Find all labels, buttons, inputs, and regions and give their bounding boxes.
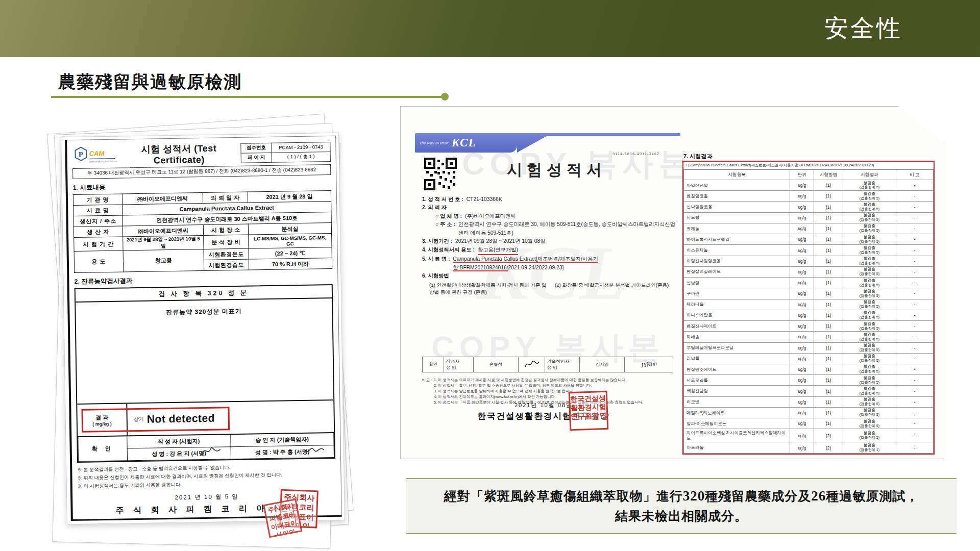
list-item: 1. 성 적 서 번 호 : CT21-103366K (422, 195, 675, 204)
report-date: 2021년 10월 08일 (416, 402, 671, 409)
cell-label: 의 뢰 일 자 (203, 192, 248, 203)
caption-line-1: 經對「紫斑風鈴草癒傷組織萃取物」進行320種殘留農藥成分及26種過敏原測試， (444, 488, 919, 505)
receipt-table: 접수번호 PCAM - 2109 - 0743 페 이 지 ( 1 ) / ( … (240, 142, 331, 163)
writer-signature-cell (519, 357, 545, 372)
accent-dot (441, 93, 449, 101)
list-item: 2. 의 뢰 자 (422, 204, 675, 212)
company-stamp-secondary: 주식회사피켐코리아대표이사의인 (263, 498, 302, 538)
results-header-row: 시험항목 단위 시험방법 시험결과 비 고 (684, 170, 934, 180)
exam-note: 잔류농약 320성분 미표기 (76, 298, 333, 404)
test-certificate-page: P CAM science testing trust laboratory 시… (61, 133, 345, 524)
report-info-list: 1. 성 적 서 번 호 : CT21-103366K 2. 의 뢰 자 ○ 업… (422, 195, 675, 296)
header-title: 安全性 (824, 12, 902, 44)
table-row: 시트랄 ug/g (1) 불검출 (검출한계 5) - (684, 212, 934, 223)
results-section-title: 7. 시험결과 (683, 153, 712, 160)
sample-info-table: 기 관 명 ㈜바이오에프디엔씨 의 뢰 일 자 2021 년 9 월 28 일 … (73, 190, 332, 273)
table-row: 쿠마린 ug/g (1) 불검출 (검출한계 5) - (684, 288, 934, 299)
document-code: 9114-1616-4011-3462 (612, 152, 659, 156)
cell-label: 분 석 장 비 (204, 235, 249, 249)
sign-table: 확인 작성자 성 명 손형석 기술책임자 성 명 김지영 JYKim (422, 357, 673, 372)
issuing-org: 한국건설생활환경시험연구원장 (416, 411, 671, 422)
results-table-box: 1 ) Campanula Punctata Callus Extract[제조… (682, 161, 935, 455)
table-row: 이소유제놀 ug/g (1) 불검출 (검출한계 5) - (684, 245, 934, 256)
note-line: 1. 이 성적서는 의뢰자가 제시한 시료 및 시험방법에 한정된 결과로서 전… (434, 377, 643, 383)
results-table: 시험항목 단위 시험방법 시험결과 비 고 아밀신남알 ug/g (1) (683, 169, 934, 454)
method-2: (2) 화장품 중 배합금지성분 분석법 가이드라인(준용) (555, 282, 675, 296)
qr-code-icon (424, 158, 457, 190)
cell-value: LC-MS/MS, GC-MS/MS, GC-MS, GC (249, 234, 332, 249)
table-row: 아밀신나밀알코올 ug/g (1) 불검출 (검출한계 5) - (684, 256, 934, 266)
list-item: 6. 시험방법 (422, 272, 675, 280)
signature-scribble (304, 443, 325, 457)
table-row: 유제놀 ug/g (1) 불검출 (검출한계 5) - (684, 223, 934, 234)
list-item: 4. 시험성적서의 용도 : 참고용(연구개발) (422, 246, 675, 255)
tech-role-cell: 기술책임자 성 명 (545, 357, 580, 372)
not-detected-text: Not detected (147, 412, 215, 425)
kcl-report-page: COPY 복사본 KCL COPY 복사본 the way to trust K… (400, 106, 944, 459)
certificate-header: P CAM science testing trust laboratory 시… (72, 140, 331, 167)
confirm-label: 확 인 (78, 436, 128, 461)
tech-signature-cell: JYKim (625, 357, 673, 372)
left-document-stack: P CAM science testing trust laboratory 시… (36, 111, 373, 551)
result-row: 결 과 ( mg/kg ) 상기 Not detected (77, 399, 334, 436)
cell-value: 2021 년 9 월 28 일 (248, 191, 331, 203)
kcl-tagline: the way to trust (420, 140, 449, 145)
cell-value: 창고용 (123, 249, 204, 271)
confirm-table: 확 인 작 성 자 (시험자) 승 인 자 (기술책임자) 성 명 : 강 은 … (78, 432, 334, 461)
page-label: 페 이 지 (241, 153, 272, 163)
table-row: 시트로넬롤 ug/g (1) 불검출 (검출한계 5) - (684, 375, 934, 386)
cell-label: 생 산 자 (74, 226, 122, 238)
table-row: 리날룰 ug/g (1) 불검출 (검출한계 5) - (684, 353, 934, 364)
cell-value: 분석실 (248, 223, 331, 235)
slide: 安全性 農藥殘留與過敏原檢測 P CAM science testing tru… (0, 0, 980, 551)
cell-label: 용 도 (74, 251, 124, 273)
page-value: ( 1 ) / ( 총 1 ) (272, 152, 330, 162)
cell-label: 시험환경습도 (204, 259, 249, 270)
writer-role-cell: 작성자 성 명 (444, 357, 474, 372)
table-row: 부틸페닐메틸프로피오날 ug/g (1) 불검출 (검출한계 5) - (684, 342, 934, 353)
writer-name: 손형석 (474, 357, 519, 372)
results-subtitle: 1 ) Campanula Punctata Callus Extract[제조… (683, 162, 934, 169)
list-item: ○ 업 체 명 : (주)바이오에프디엔씨 (422, 212, 675, 220)
note-line: 2. 이 성적서는 홍보, 선전, 광고 및 소송용으로 사용될 수 없으며, … (434, 383, 643, 388)
table-row: 벤질신나메이트 ug/g (1) 불검출 (검출한계 5) - (684, 321, 934, 332)
confirm-label: 확인 (423, 357, 444, 372)
accent-underline (51, 96, 443, 98)
list-item: 5. 시 료 명 : Campanula Punctata Callus Ext… (422, 255, 675, 272)
footnotes: ※ 본 분석결과를 선전 · 광고 · 소송 등 법적요건으로 사용할 수 없습… (77, 461, 336, 490)
table-row: 리모넨 ug/g (1) 불검출 (검출한계 5) - (684, 396, 934, 407)
svg-text:CAM: CAM (89, 149, 105, 157)
table-row: 아니스에탄올 ug/g (1) 불검출 (검출한계 5) - (684, 310, 934, 320)
cell-value: 2021년 9월 28일 ~ 2021년 10월 5일 (123, 235, 204, 250)
table-row: 하이드록시시트로넬알 ug/g (1) 불검출 (검출한계 5) - (684, 234, 934, 245)
table-row: 신나밀알코올 ug/g (1) 불검출 (검출한계 5) - (684, 202, 934, 212)
table-row: 알파-이소메틸이오논 ug/g (1) 불검출 (검출한계 5) - (684, 418, 934, 429)
report-title: 시험성적서 (507, 160, 606, 181)
table-row: 신남알 ug/g (1) 불검출 (검출한계 5) - (684, 278, 934, 288)
table-row: 벤질벤조에이트 ug/g (1) 불검출 (검출한계 5) - (684, 364, 934, 374)
cell-label: 시 료 명 (74, 205, 122, 216)
kcl-logo: KCL (452, 136, 476, 149)
lab-address: 우 34036 대전광역시 유성구 테크노 11로 12 (탑립동 867) /… (72, 164, 331, 179)
note-line: 4. 이 성적서의 진위여부는 홈페이지(www.kcl.re.kr)에서 확인… (434, 394, 643, 399)
table-row: 메틸2-옥티노에이트 ug/g (1) 불검출 (검출한계 5) - (684, 407, 934, 418)
result-label: 결 과 ( mg/kg ) (77, 404, 128, 436)
pesticide-result-table: 검 사 항 목 320 성 분 잔류농약 320성분 미표기 결 과 ( mg/… (75, 284, 335, 462)
cell-label: 기 관 명 (73, 194, 122, 206)
cell-label: 시 험 기 간 (74, 237, 123, 252)
table-row: 벤질알코올 ug/g (1) 불검출 (검출한계 5) - (684, 191, 934, 202)
svg-text:P: P (78, 151, 83, 159)
method-1: (1) 안전확인대상생활화학제품 시험·검사 등의 기준 및 방법 등에 관한 … (429, 282, 550, 296)
caption-line-2: 結果未檢出相關成分。 (615, 508, 748, 524)
org-stamp: 한국건설생활환경시험연구원장인 (569, 391, 609, 431)
table-row: 제라니올 ug/g (1) 불검출 (검출한계 5) - (684, 299, 934, 310)
page-title: 農藥殘留與過敏原檢測 (58, 70, 242, 94)
certificate-title: 시험 성적서 (Test Certificate) (117, 141, 241, 166)
list-item: 3. 시험기간 : 2021년 09월 28일 ~ 2021년 10월 08일 (422, 237, 675, 245)
table-row: 벤질살리실레이트 ug/g (1) 불검출 (검출한계 5) - (684, 266, 934, 277)
method-list: (1) 안전확인대상생활화학제품 시험·검사 등의 기준 및 방법 등에 관한 … (422, 282, 675, 296)
receipt-label: 접수번호 (241, 143, 272, 153)
approver-name-cell: 성 명 : 박 주 홍 (서명) (231, 445, 334, 459)
cell-label: 생산지 / 주소 (74, 215, 122, 227)
table-row: 아밀신남알 ug/g (1) 불검출 (검출한계 5) - (684, 180, 934, 191)
